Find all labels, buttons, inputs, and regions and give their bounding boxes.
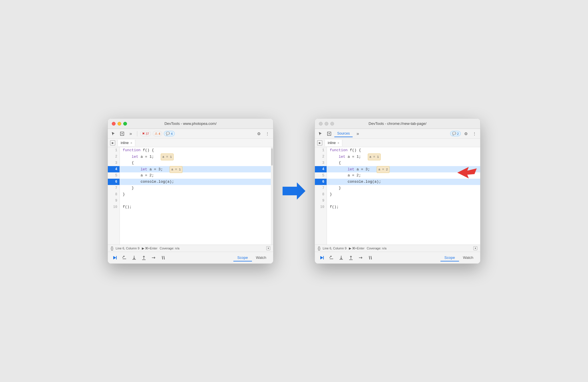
line-num-3: 3 — [108, 160, 120, 166]
svg-point-1 — [122, 133, 123, 134]
left-step-out-button[interactable] — [140, 254, 148, 262]
left-code-line-10: f(); — [120, 204, 271, 210]
left-code-line-4: let a = 3; a = 1 — [120, 166, 271, 172]
left-scrollbar-thumb[interactable] — [271, 148, 273, 166]
right-step-out-button[interactable] — [347, 254, 355, 262]
right-step-button[interactable] — [357, 254, 365, 262]
right-code-line-1: function f() { — [327, 147, 480, 153]
right-line-num-3: 3 — [315, 160, 327, 166]
right-watch-tab[interactable]: Watch — [459, 254, 477, 261]
right-title-bar: DevTools - chrome://new-tab-page/ — [315, 119, 480, 129]
right-play-pause-icon[interactable]: ▶ — [317, 140, 322, 145]
settings-icon[interactable]: ⚙ — [255, 130, 262, 137]
right-inspect-icon[interactable] — [326, 130, 333, 137]
left-code-editor[interactable]: 1 2 3 4 5 6 7 8 9 10 function f() { let … — [108, 147, 273, 245]
right-arrow-icon — [283, 182, 305, 200]
message-count: 4 — [171, 132, 172, 135]
svg-line-25 — [371, 256, 372, 259]
right-coverage: Coverage: n/a — [367, 247, 386, 250]
right-minimize-button[interactable] — [325, 122, 328, 125]
more-options-icon[interactable]: ⋮ — [264, 130, 271, 137]
right-code-line-7: } — [327, 185, 480, 191]
toolbar-divider — [137, 131, 137, 136]
right-message-icon: 💬 — [452, 132, 456, 135]
left-step-button[interactable] — [150, 254, 158, 262]
line-num-7: 7 — [108, 185, 120, 191]
left-resume-button[interactable] — [111, 254, 119, 262]
right-sources-tab[interactable]: Sources — [334, 130, 353, 137]
right-file-tab[interactable]: inline × — [325, 140, 342, 146]
right-code-line-10: f(); — [327, 204, 480, 210]
left-source-tab-bar: ▶ inline × — [108, 139, 273, 147]
left-file-tab[interactable]: inline × — [118, 140, 135, 146]
warning-icon: ⚠ — [155, 132, 158, 135]
right-close-button[interactable] — [319, 122, 323, 125]
more-panels-icon[interactable]: » — [127, 130, 134, 137]
left-scope-tab[interactable]: Scope — [233, 254, 252, 261]
right-settings-icon[interactable]: ⚙ — [462, 130, 469, 137]
right-status-scrollbar[interactable]: ▾ — [473, 246, 477, 250]
minimize-button[interactable] — [118, 122, 121, 125]
right-devtools-window: DevTools - chrome://new-tab-page/ Source… — [315, 118, 480, 264]
left-editor-scrollbar[interactable] — [271, 147, 273, 245]
message-badge[interactable]: 💬 4 — [164, 131, 174, 136]
line-num-4: 4 — [108, 166, 120, 172]
right-maximize-button[interactable] — [330, 122, 334, 125]
right-line-num-4: 4 — [315, 166, 327, 172]
inspect-icon[interactable] — [119, 130, 126, 137]
left-deactivate-button[interactable] — [159, 254, 167, 262]
svg-rect-17 — [323, 256, 324, 259]
left-devtools-window: DevTools - www.photopea.com/ » ✖ 37 ⚠ 4 … — [108, 118, 273, 264]
left-debug-tab-group: Scope Watch — [233, 254, 270, 261]
svg-line-10 — [162, 256, 163, 259]
right-code-line-4: let a = 3; a = 2 — [327, 166, 480, 172]
right-step-into-button[interactable] — [337, 254, 345, 262]
right-more-options-icon[interactable]: ⋮ — [471, 130, 478, 137]
right-devtools-toolbar: Sources » 💬 2 ⚙ ⋮ — [315, 129, 480, 139]
scene: DevTools - www.photopea.com/ » ✖ 37 ⚠ 4 … — [96, 107, 492, 275]
maximize-button[interactable] — [123, 122, 127, 125]
right-line-num-7: 7 — [315, 185, 327, 191]
line-num-10: 10 — [108, 204, 120, 210]
right-code-line-5: a = 2; — [327, 172, 480, 179]
right-message-badge[interactable]: 💬 2 — [450, 131, 461, 136]
right-line-numbers: 1 2 3 4 5 6 7 8 9 10 — [315, 147, 327, 245]
left-run-label[interactable]: ▶ ⌘+Enter — [142, 247, 158, 250]
svg-rect-3 — [116, 256, 117, 259]
right-code-editor[interactable]: 1 2 3 4 5 6 7 8 9 10 function f() { let … — [315, 147, 480, 245]
left-status-scrollbar[interactable]: ▾ — [266, 246, 270, 250]
left-watch-tab[interactable]: Watch — [252, 254, 270, 261]
line-num-8: 8 — [108, 191, 120, 198]
left-file-tab-close[interactable]: × — [130, 141, 132, 145]
left-code-line-9 — [120, 198, 271, 204]
left-code-line-6: console.log(a); — [120, 179, 271, 185]
left-line-col: Line 6, Column 9 — [116, 247, 139, 250]
right-line-num-2: 2 — [315, 153, 327, 160]
cursor-icon[interactable] — [110, 130, 117, 137]
right-scope-tab[interactable]: Scope — [440, 254, 459, 261]
right-more-panels-icon[interactable]: » — [354, 130, 361, 137]
left-play-pause-icon[interactable]: ▶ — [110, 140, 115, 145]
right-debug-toolbar: Scope Watch — [315, 252, 480, 263]
warning-badge[interactable]: ⚠ 4 — [153, 131, 162, 136]
right-step-over-button[interactable] — [327, 254, 335, 262]
left-step-into-button[interactable] — [130, 254, 138, 262]
close-button[interactable] — [112, 122, 116, 125]
left-step-over-button[interactable] — [120, 254, 128, 262]
right-code-line-6: console.log(a); — [327, 179, 480, 185]
left-format-icon[interactable]: {} — [111, 246, 113, 251]
right-file-tab-close[interactable]: × — [337, 141, 339, 145]
error-badge[interactable]: ✖ 37 — [140, 131, 151, 136]
right-cursor-icon[interactable] — [317, 130, 324, 137]
right-resume-button[interactable] — [318, 254, 326, 262]
right-status-bar: {} Line 6, Column 9 ▶ ⌘+Enter Coverage: … — [315, 245, 480, 252]
error-count: 37 — [146, 132, 149, 135]
left-line-numbers: 1 2 3 4 5 6 7 8 9 10 — [108, 147, 120, 245]
error-icon: ✖ — [142, 132, 145, 135]
right-format-icon[interactable]: {} — [318, 246, 320, 251]
right-run-label[interactable]: ▶ ⌘+Enter — [349, 247, 365, 250]
line-num-9: 9 — [108, 198, 120, 204]
right-deactivate-button[interactable] — [366, 254, 374, 262]
svg-marker-2 — [113, 256, 116, 259]
line-num-5: 5 — [108, 172, 120, 179]
